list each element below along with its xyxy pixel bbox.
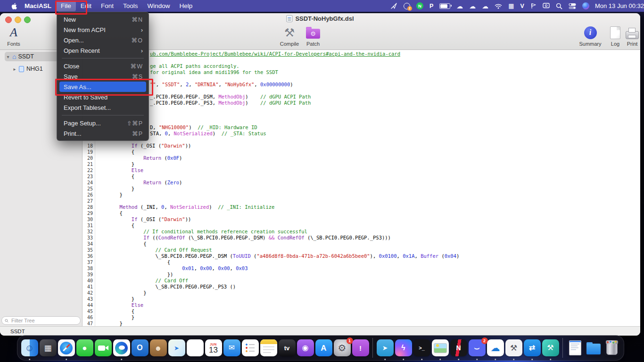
dock-separator xyxy=(562,338,563,358)
menu-item-save[interactable]: Save⌘S xyxy=(59,71,146,82)
print-label: Print xyxy=(624,41,640,47)
dock-teamviewer-icon[interactable]: ⇄ xyxy=(524,339,541,356)
filter-tree-field[interactable] xyxy=(1,316,81,325)
dock-onedrive-icon[interactable]: ☁ xyxy=(487,339,504,356)
menu-item-save-as[interactable]: Save As... xyxy=(59,82,146,92)
dock-safari-icon[interactable] xyxy=(58,339,75,356)
zoom-window-button[interactable] xyxy=(24,16,31,23)
dock-feedback-assistant-icon[interactable]: ! xyxy=(352,339,369,356)
filter-tree-input[interactable] xyxy=(10,317,77,324)
menu-item-new[interactable]: New⌘N xyxy=(59,14,146,25)
cloud-sync-icon-3[interactable]: ☁ xyxy=(482,0,488,12)
menubar-menu-help[interactable]: Help xyxy=(175,0,198,12)
dock-finder-icon[interactable]: ☺ xyxy=(21,339,38,356)
screen-mirroring-icon[interactable] xyxy=(543,0,550,12)
dock-facetime-icon[interactable] xyxy=(95,339,112,356)
dock-telegram-icon[interactable]: ➤ xyxy=(377,339,394,356)
dock-messenger-icon[interactable]: ϟ xyxy=(395,339,412,356)
chevron-down-icon[interactable]: ▾ xyxy=(5,54,11,59)
dock-notes-icon[interactable] xyxy=(260,339,277,356)
line-number: 19 xyxy=(83,149,93,155)
summary-button[interactable]: i Summary xyxy=(576,25,604,47)
dock-photos-icon[interactable] xyxy=(187,339,204,356)
menu-item-page-setup[interactable]: Page Setup...⇧⌘P xyxy=(59,118,146,128)
dock-messages-icon[interactable]: ● xyxy=(76,339,93,356)
menu-item-print[interactable]: Print...⌘P xyxy=(59,128,146,139)
pennant-icon[interactable] xyxy=(530,0,537,12)
menubar-menu-maciasl[interactable]: MaciASL xyxy=(20,0,56,12)
cloud-sync-icon-2[interactable]: ☁ xyxy=(469,0,476,12)
spotlight-icon[interactable] xyxy=(556,0,562,12)
code-line: 32 // If conditional methods reference c… xyxy=(83,229,640,235)
nordvpn-icon[interactable]: N xyxy=(416,0,423,12)
close-window-button[interactable] xyxy=(5,16,12,23)
wifi-icon[interactable] xyxy=(495,0,502,12)
menu-item-open[interactable]: Open...⌘O xyxy=(59,35,146,45)
menubar-clock[interactable]: Mon 13 Jun 00:32 xyxy=(595,2,644,9)
dock-mail-icon[interactable]: ✉ xyxy=(223,339,240,356)
menu-item-label: Page Setup... xyxy=(64,120,101,127)
menu-item-new-from-acpi[interactable]: New from ACPI› xyxy=(59,25,146,35)
patch-button[interactable]: ⚙ Patch xyxy=(303,25,323,47)
send-cursor-icon[interactable] xyxy=(390,0,397,12)
log-button[interactable]: Log xyxy=(606,25,624,47)
menubar-menu-font[interactable]: Font xyxy=(96,0,118,12)
dock-podcasts-icon[interactable]: ◉ xyxy=(297,339,314,356)
menu-item-revert-to-saved[interactable]: Revert to Saved xyxy=(59,92,146,102)
circle-badge-icon[interactable]: 2 xyxy=(404,0,410,12)
dock-edge-icon[interactable] xyxy=(113,339,130,356)
running-indicator-dot xyxy=(421,359,423,361)
summary-info-icon: i xyxy=(584,26,597,39)
line-number: 28 xyxy=(83,204,93,210)
p-app-icon[interactable]: P xyxy=(429,0,433,12)
control-center-icon[interactable] xyxy=(569,0,576,12)
menubar-menu-edit[interactable]: Edit xyxy=(76,0,96,12)
dock-trash-icon[interactable] xyxy=(603,339,620,356)
cloud-sync-icon-1[interactable]: ☁ xyxy=(456,0,463,12)
fonts-button[interactable]: A Fonts xyxy=(3,25,25,47)
menubar-menu-window[interactable]: Window xyxy=(143,0,175,12)
code-line: for original idea and midi1996 for the S… xyxy=(83,69,640,75)
running-indicator-dot xyxy=(439,359,441,361)
print-button[interactable]: Print xyxy=(624,25,640,47)
dock-outlook-icon[interactable]: O xyxy=(132,339,149,356)
dock-preview-icon[interactable] xyxy=(432,339,449,356)
dock-maps-icon[interactable]: ➤ xyxy=(168,339,185,356)
compile-button[interactable]: ⚒ Compile xyxy=(276,25,303,47)
print-printer-icon xyxy=(626,31,639,39)
dock-documents-stack-icon[interactable] xyxy=(567,339,584,356)
menu-item-close[interactable]: Close⌘W xyxy=(59,61,146,71)
menubar-menu-file[interactable]: File xyxy=(56,1,76,11)
siri-icon[interactable] xyxy=(582,0,589,12)
running-indicator-dot xyxy=(550,359,552,361)
dock-terminal-icon[interactable]: >_ xyxy=(413,339,430,356)
dock-contacts-icon[interactable]: ☻ xyxy=(150,339,167,356)
dock-red-n-app-icon[interactable]: N xyxy=(450,339,467,356)
code-line: 23 { xyxy=(83,173,640,180)
dock-downloads-folder-icon[interactable] xyxy=(585,339,602,356)
dock-system-preferences-icon[interactable]: ⚙1 xyxy=(334,339,351,356)
onedrive-glyph: ☁ xyxy=(491,343,500,353)
apple-menu-icon[interactable] xyxy=(8,3,20,9)
dock-reminders-icon[interactable] xyxy=(242,339,259,356)
menu-item-open-recent[interactable]: Open Recent› xyxy=(59,45,146,56)
dock-discord-icon[interactable]: ⌣2 xyxy=(469,339,486,356)
dock-calendar-icon[interactable]: JUN13 xyxy=(205,339,222,356)
chevron-right-icon[interactable]: ▸ xyxy=(11,66,18,72)
dock-hackintool-icon[interactable]: ⚒ xyxy=(542,339,559,356)
minimize-window-button[interactable] xyxy=(15,16,21,23)
dock-launchpad-icon[interactable]: ▦ xyxy=(40,339,57,356)
keypad-icon[interactable]: ▦ xyxy=(508,0,514,12)
dock-maciasl-icon[interactable]: ⚒ xyxy=(505,339,522,356)
code-line: 20 Return (0x0F) xyxy=(83,155,640,161)
dock-app-store-icon[interactable]: A xyxy=(315,339,332,356)
dock-tv-icon[interactable]: tv xyxy=(279,339,296,356)
menu-item-export-tableset[interactable]: Export Tableset... xyxy=(59,102,146,113)
line-number: 26 xyxy=(83,192,93,198)
battery-icon[interactable] xyxy=(439,0,450,12)
compile-tools-icon: ⚒ xyxy=(284,26,295,40)
gear-icon: ⚙ xyxy=(306,29,320,39)
menubar-menu-tools[interactable]: Tools xyxy=(118,0,143,12)
v-app-icon[interactable]: V xyxy=(520,0,524,12)
code-editor[interactable]: ub.com/Bumblebee-Project/Bumblebee/wiki/… xyxy=(83,50,640,326)
